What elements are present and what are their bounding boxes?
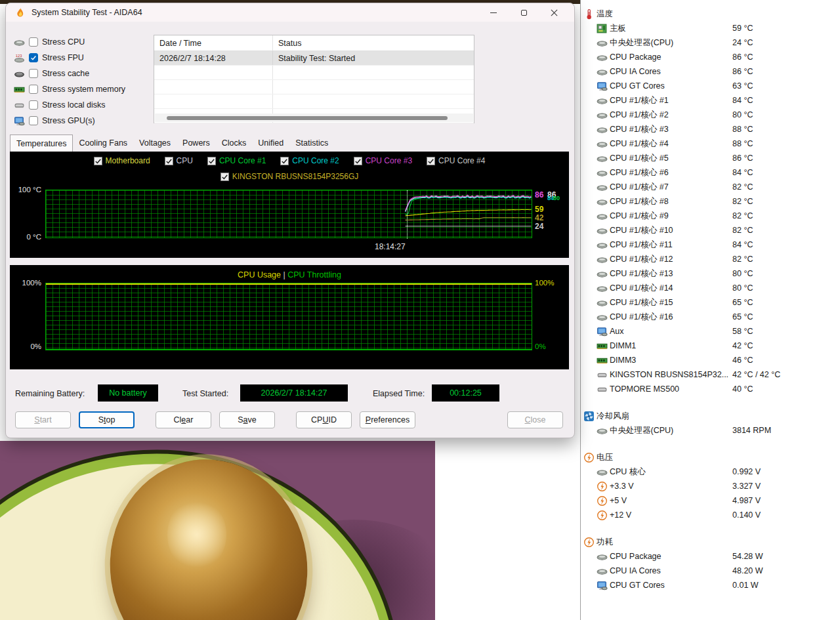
checkbox[interactable] [29, 69, 38, 78]
tab-clocks[interactable]: Clocks [216, 136, 253, 152]
tab-bar: TemperaturesCooling FansVoltagesPowersCl… [10, 136, 334, 152]
sensor-label: CPU #1/核心 #12 [610, 254, 673, 265]
tab-statistics[interactable]: Statistics [289, 136, 334, 152]
sensor-label: 中央处理器(CPU) [610, 37, 673, 49]
sensor-section: 电压CPU 核心0.992 V+3.3 V3.327 V+5 V4.987 V+… [583, 450, 840, 522]
chip-icon [597, 239, 608, 251]
disk-icon [597, 369, 608, 381]
legend-checkbox[interactable] [94, 157, 102, 165]
stress-option-stress-fpu[interactable]: 123Stress FPU [14, 50, 125, 66]
sensor-label: CPU #1/核心 #14 [610, 283, 673, 294]
legend-item-cpu-core-2[interactable]: CPU Core #2 [280, 156, 339, 165]
event-log-table[interactable]: Date / Time Status 2026/2/7 18:14:28Stab… [154, 35, 474, 123]
sensor-value: 84 °C [732, 240, 753, 249]
legend-checkbox[interactable] [354, 157, 362, 165]
button-label: Stop [98, 415, 116, 424]
chip-icon [597, 138, 608, 150]
sensor-row: CPU #1/核心 #684 °C [583, 165, 840, 180]
stress-option-stress-gpu-s-[interactable]: Stress GPU(s) [14, 113, 125, 129]
chip-icon [597, 425, 608, 436]
sensor-label: KINGSTON RBUSNS8154P32... [610, 370, 728, 379]
stress-option-stress-local-disks[interactable]: Stress local disks [14, 97, 125, 113]
battery-label: Remaining Battery: [15, 389, 85, 398]
checkbox[interactable] [29, 37, 38, 47]
legend-checkbox[interactable] [207, 157, 216, 165]
save-button[interactable]: Save [219, 411, 275, 428]
legend-item-cpu[interactable]: CPU [165, 156, 193, 165]
log-cell-datetime: 2026/2/7 18:14:28 [154, 51, 273, 65]
legend-checkbox[interactable] [427, 157, 435, 165]
sensor-value: 59 °C [732, 24, 753, 33]
volt-icon [583, 452, 595, 463]
clear-button[interactable]: Clear [156, 411, 211, 428]
sensor-value: 86 °C [732, 154, 753, 163]
legend-item-cpu-core-3[interactable]: CPU Core #3 [354, 156, 412, 165]
stress-option-stress-cache[interactable]: Stress cache [14, 66, 125, 81]
preferences-button[interactable]: Preferences [360, 411, 415, 428]
tab-temperatures[interactable]: Temperatures [10, 134, 73, 152]
chip-icon [597, 283, 608, 294]
chip-icon [597, 312, 608, 323]
sensor-label: CPU #1/核心 #1 [610, 95, 669, 106]
button-label: Clear [174, 415, 194, 424]
checkbox[interactable] [29, 100, 38, 110]
cpuid-button[interactable]: CPUID [296, 411, 352, 428]
sensor-row: +3.3 V3.327 V [583, 479, 840, 493]
tab-unified[interactable]: Unified [252, 136, 289, 152]
sensor-value: 84 °C [732, 96, 753, 105]
sensor-value: 82 °C [732, 255, 753, 264]
legend-item-cpu-core-4[interactable]: CPU Core #4 [427, 156, 485, 165]
cpu-usage-chart: CPU Usage | CPU Throttling 100% 0% 100% … [10, 265, 569, 369]
button-label: Close [525, 415, 546, 424]
sensor-value: 4.987 V [732, 496, 761, 505]
legend-checkbox[interactable] [165, 157, 173, 165]
sensor-label: +12 V [610, 510, 631, 520]
checkbox[interactable] [29, 116, 38, 125]
checkbox[interactable] [29, 85, 38, 94]
checkbox[interactable] [29, 53, 38, 62]
volt-icon [583, 537, 595, 548]
temp-current-value: 86 [535, 190, 543, 199]
chip-icon [597, 211, 608, 222]
button-label: Start [34, 415, 51, 424]
test-started-label: Test Started: [182, 389, 228, 398]
sensor-section-header: 功耗 [583, 535, 840, 549]
sensor-label: CPU 核心 [610, 466, 646, 478]
chip-icon [597, 52, 608, 63]
close-button[interactable] [539, 3, 569, 22]
start-button: Start [15, 411, 71, 428]
legend-item-cpu-core-1[interactable]: CPU Core #1 [207, 156, 266, 165]
titlebar[interactable]: System Stability Test - AIDA64 [6, 3, 574, 22]
stress-option-stress-system-memory[interactable]: Stress system memory [14, 81, 125, 97]
sensor-row: CPU GT Cores63 °C [583, 79, 840, 93]
legend-item-kingston-rbusns8154p3256gj[interactable]: KINGSTON RBUSNS8154P3256GJ [220, 172, 359, 181]
chip-icon [597, 167, 608, 178]
maximize-button[interactable] [509, 3, 539, 22]
sensor-label: CPU #1/核心 #3 [610, 124, 669, 135]
tab-cooling-fans[interactable]: Cooling Fans [73, 136, 133, 152]
elapsed-time-label: Elapsed Time: [373, 389, 425, 398]
chip-icon [597, 551, 608, 562]
tab-powers[interactable]: Powers [177, 136, 216, 152]
legend-checkbox[interactable] [220, 173, 229, 181]
log-horizontal-scrollbar[interactable] [155, 114, 473, 122]
sensor-label: DIMM3 [610, 356, 636, 365]
tab-voltages[interactable]: Voltages [133, 136, 177, 152]
log-row[interactable]: 2026/2/7 18:14:28Stability Test: Started [154, 51, 474, 66]
sensor-row: CPU #1/核心 #1282 °C [583, 252, 840, 266]
sensor-row: +5 V4.987 V [583, 493, 840, 508]
legend-checkbox[interactable] [280, 157, 289, 165]
sensor-value: 3.327 V [732, 482, 761, 491]
sensor-label: CPU IA Cores [610, 67, 661, 76]
sensor-row: CPU IA Cores86 °C [583, 64, 840, 79]
legend-item-motherboard[interactable]: Motherboard [94, 156, 150, 165]
sensor-row: CPU #1/核心 #1184 °C [583, 238, 840, 252]
ram-icon [597, 341, 608, 352]
log-scrollbar-thumb[interactable] [167, 116, 448, 120]
stress-option-stress-cpu[interactable]: Stress CPU [14, 34, 125, 50]
stress-option-label: Stress cache [42, 69, 89, 78]
gpu-icon [14, 115, 25, 127]
stop-button[interactable]: Stop [79, 411, 135, 428]
minimize-button[interactable] [478, 3, 509, 22]
legend-label: Motherboard [106, 156, 150, 165]
